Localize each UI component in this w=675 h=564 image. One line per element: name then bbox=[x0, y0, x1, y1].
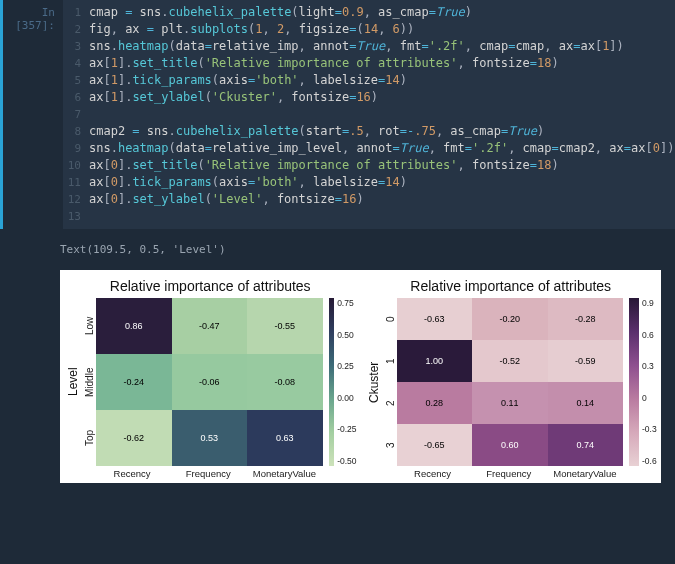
heatmap-cell: -0.52 bbox=[472, 340, 548, 382]
heatmap-cell: -0.24 bbox=[96, 354, 172, 410]
subplot-left: Relative importance of attributes Level … bbox=[64, 278, 357, 479]
input-prompt: In [357]: bbox=[3, 0, 63, 229]
heatmap-cell: -0.08 bbox=[247, 354, 323, 410]
code-body[interactable]: cmap = sns.cubehelix_palette(light=0.9, … bbox=[89, 4, 675, 225]
heatmap-cell: 0.14 bbox=[548, 382, 624, 424]
heatmap-cell: -0.28 bbox=[548, 298, 624, 340]
heatmap-cell: -0.06 bbox=[172, 354, 248, 410]
heatmap-cell: 0.86 bbox=[96, 298, 172, 354]
subplot-left-yticks: Low Middle Top bbox=[82, 298, 96, 466]
heatmap-cell: 0.74 bbox=[548, 424, 624, 466]
heatmap-cell: 0.28 bbox=[397, 382, 473, 424]
heatmap-cell: 0.11 bbox=[472, 382, 548, 424]
subplot-right-yticks: 0 1 2 3 bbox=[383, 298, 397, 466]
code-cell: In [357]: 12345678910111213 cmap = sns.c… bbox=[0, 0, 675, 229]
subplot-right-xticks: Recency Frequency MonetaryValue bbox=[365, 466, 658, 479]
heatmap-cell: -0.59 bbox=[548, 340, 624, 382]
heatmap-cell: 0.63 bbox=[247, 410, 323, 466]
heatmap-cell: 0.60 bbox=[472, 424, 548, 466]
figure-output: Relative importance of attributes Level … bbox=[60, 270, 661, 483]
subplot-left-xticks: Recency Frequency MonetaryValue bbox=[64, 466, 357, 479]
heatmap-cell: -0.62 bbox=[96, 410, 172, 466]
heatmap-cell: -0.55 bbox=[247, 298, 323, 354]
heatmap-cell: -0.63 bbox=[397, 298, 473, 340]
subplot-left-ylabel: Level bbox=[64, 298, 82, 466]
colorbar-left: 0.750.500.250.00-0.25-0.50 bbox=[323, 298, 357, 466]
heatmap-cell: 1.00 bbox=[397, 340, 473, 382]
heatmap-cell: -0.20 bbox=[472, 298, 548, 340]
colorbar-right: 0.90.60.30-0.3-0.6 bbox=[623, 298, 657, 466]
heatmap-cell: -0.47 bbox=[172, 298, 248, 354]
subplot-right: Relative importance of attributes Ckuste… bbox=[365, 278, 658, 479]
code-editor[interactable]: 12345678910111213 cmap = sns.cubehelix_p… bbox=[63, 0, 675, 229]
heatmap-right: -0.63-0.20-0.281.00-0.52-0.590.280.110.1… bbox=[397, 298, 624, 466]
heatmap-cell: 0.53 bbox=[172, 410, 248, 466]
heatmap-cell: -0.65 bbox=[397, 424, 473, 466]
subplot-right-title: Relative importance of attributes bbox=[365, 278, 658, 294]
subplot-left-title: Relative importance of attributes bbox=[64, 278, 357, 294]
heatmap-left: 0.86-0.47-0.55-0.24-0.06-0.08-0.620.530.… bbox=[96, 298, 323, 466]
subplot-right-ylabel: Ckuster bbox=[365, 298, 383, 466]
text-output: Text(109.5, 0.5, 'Level') bbox=[0, 229, 675, 270]
line-number-gutter: 12345678910111213 bbox=[63, 4, 89, 225]
